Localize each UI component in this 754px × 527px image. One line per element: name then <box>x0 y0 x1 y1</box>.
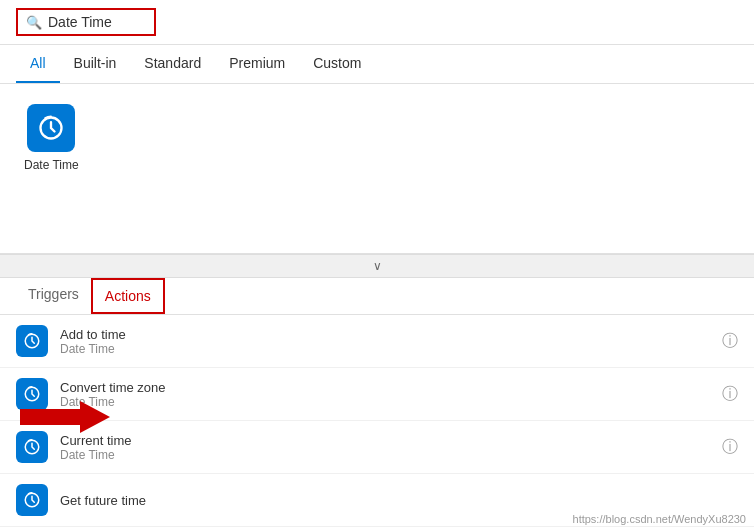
connector-icon <box>27 104 75 152</box>
action-text-current-time: Current time Date Time <box>60 433 710 462</box>
svg-marker-5 <box>20 401 110 433</box>
sub-tabs-bar: Triggers Actions <box>0 278 754 315</box>
tab-triggers[interactable]: Triggers <box>16 278 91 314</box>
action-text-add-to-time: Add to time Date Time <box>60 327 710 356</box>
category-tabs: All Built-in Standard Premium Custom <box>0 45 754 84</box>
tab-all[interactable]: All <box>16 45 60 83</box>
search-box[interactable]: 🔍 Date Time <box>16 8 156 36</box>
action-row-convert-time-zone[interactable]: Convert time zone Date Time ⓘ <box>0 368 754 421</box>
chevron-down-icon: ∨ <box>373 259 382 273</box>
action-icon-add-to-time <box>16 325 48 357</box>
info-icon-convert-time-zone[interactable]: ⓘ <box>722 384 738 405</box>
tab-standard[interactable]: Standard <box>130 45 215 83</box>
action-name-get-future-time: Get future time <box>60 493 738 508</box>
connector-block[interactable]: Date Time <box>24 104 79 172</box>
action-text-get-future-time: Get future time <box>60 493 738 508</box>
action-subtitle-convert-time-zone: Date Time <box>60 395 710 409</box>
actions-list: Add to time Date Time ⓘ Convert time zon… <box>0 315 754 527</box>
tab-custom[interactable]: Custom <box>299 45 375 83</box>
collapse-bar[interactable]: ∨ <box>0 254 754 278</box>
action-icon-get-future-time <box>16 484 48 516</box>
main-container: 🔍 Date Time All Built-in Standard Premiu… <box>0 0 754 527</box>
info-icon-current-time[interactable]: ⓘ <box>722 437 738 458</box>
search-input-value: Date Time <box>48 14 112 30</box>
info-icon-add-to-time[interactable]: ⓘ <box>722 331 738 352</box>
action-row-add-to-time[interactable]: Add to time Date Time ⓘ <box>0 315 754 368</box>
action-name-convert-time-zone: Convert time zone <box>60 380 710 395</box>
tab-builtin[interactable]: Built-in <box>60 45 131 83</box>
action-subtitle-current-time: Date Time <box>60 448 710 462</box>
action-subtitle-add-to-time: Date Time <box>60 342 710 356</box>
action-text-convert-time-zone: Convert time zone Date Time <box>60 380 710 409</box>
action-row-current-time[interactable]: Current time Date Time ⓘ <box>0 421 754 474</box>
search-icon: 🔍 <box>26 15 42 30</box>
watermark: https://blog.csdn.net/WendyXu8230 <box>573 513 746 525</box>
search-area: 🔍 Date Time <box>0 0 754 45</box>
action-name-add-to-time: Add to time <box>60 327 710 342</box>
arrow-annotation <box>20 399 110 439</box>
connector-panel: Date Time <box>0 84 754 254</box>
connector-label: Date Time <box>24 158 79 172</box>
tab-actions[interactable]: Actions <box>91 278 165 314</box>
action-name-current-time: Current time <box>60 433 710 448</box>
tab-premium[interactable]: Premium <box>215 45 299 83</box>
